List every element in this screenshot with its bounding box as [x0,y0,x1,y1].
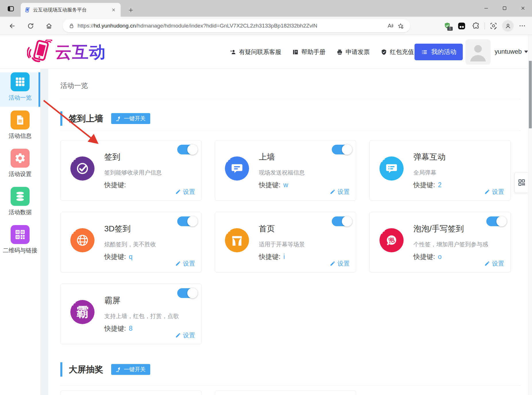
main-content: 活动一览 签到上墙 一键开关 签到 签到能够收录用户信息 快捷键: 设置 [48,69,528,395]
sidebar-item[interactable]: 活动设置 [0,149,40,183]
module-settings-link[interactable]: 设置 [175,260,195,268]
hotkey-value: 8 [129,325,132,332]
module-toggle[interactable] [177,145,197,154]
bubble-icon: 泡 [379,228,404,252]
hotkey-label: 快捷键: [104,253,126,260]
extensions-puzzle-icon[interactable] [470,20,482,32]
module-toggle[interactable] [177,216,197,226]
module-title: 霸屏 [104,295,174,306]
checkin-icon [70,156,95,181]
read-aloud-icon[interactable] [385,21,395,31]
sidebar-item[interactable]: 活动一览 [0,72,40,107]
sidebar-item[interactable]: 二维码与链接 [0,225,40,260]
one-key-switch-label: 一键开关 [124,115,146,122]
book-icon [292,49,299,55]
wall-icon [225,156,249,181]
module-toggle[interactable] [486,216,506,226]
site-favicon [24,7,30,13]
apps-grid-icon [518,179,526,187]
settings-label: 设置 [183,331,195,339]
module-settings-link[interactable]: 设置 [330,260,350,268]
module-desc: 支持上墙，红包，打赏，点歌 [104,313,174,320]
user-menu[interactable]: yuntuweb [495,48,528,55]
browser-menu-icon[interactable] [516,20,528,32]
dark-extension-icon[interactable] [456,20,467,32]
toggle-knob [342,144,352,155]
browser-profile-icon[interactable] [502,20,514,32]
my-activities-label: 我的活动 [431,48,456,56]
hotkey-value: i [283,253,285,260]
browser-window: 云互动现场互动服务平台 https://hd.yunhud [0,0,532,395]
module-toggle[interactable] [332,145,351,154]
settings-label: 设置 [183,188,195,196]
divider [60,99,521,99]
section-header-signin-wall: 签到上墙 一键开关 [60,111,150,126]
sidebar-item-label: 活动一览 [0,94,40,102]
web-capture-icon[interactable] [488,20,499,32]
hotkey-label: 快捷键: [413,253,435,260]
refresh-button[interactable] [25,20,36,32]
module-settings-link[interactable]: 设置 [175,331,195,339]
shield-extension-icon[interactable]: 1 [442,20,453,32]
page-scrollbar[interactable] [528,35,532,395]
module-card-partial [60,390,202,395]
new-tab-button[interactable] [126,6,135,14]
tab-actions-icon[interactable] [6,4,16,13]
module-settings-link[interactable]: 设置 [330,188,350,196]
my-activities-button[interactable]: 我的活动 [415,44,463,60]
browser-tab[interactable]: 云互动现场互动服务平台 [21,3,121,17]
divider [60,131,521,131]
section-accent-bar [60,111,62,126]
sidebar-item-label: 活动数据 [0,208,40,216]
hotkey-value: w [283,181,288,189]
home-button[interactable] [43,20,55,32]
sidebar-item[interactable]: 活动数据 [0,187,40,221]
pencil-icon [175,189,181,195]
window-maximize-button[interactable] [495,0,514,16]
qrcode-icon [11,225,30,244]
avatar[interactable] [465,39,491,65]
module-settings-link[interactable]: 设置 [175,188,195,196]
one-key-switch-button[interactable]: 一键开关 [111,113,150,124]
sidebar: 活动一览活动信息活动设置活动数据二维码与链接 [0,69,40,395]
chevron-down-icon [524,51,528,53]
header-nav-item[interactable]: 申请发票 [336,48,370,56]
header-nav-label: 有疑问联系客服 [239,48,281,56]
module-desc: 个性签，增加用户签到参与感 [413,241,483,248]
window-minimize-button[interactable] [477,0,495,16]
danmaku-icon [379,156,404,181]
sidebar-item-label: 二维码与链接 [0,247,40,254]
module-title: 3D签到 [104,224,174,234]
hotkey-label: 快捷键: [104,181,126,189]
module-desc: 炫酷签到，美不胜收 [104,241,174,248]
module-settings-link[interactable]: 设置 [484,260,504,268]
window-controls [477,0,532,16]
header-nav-label: 申请发票 [346,48,370,56]
one-key-switch-button[interactable]: 一键开关 [111,364,150,375]
toggle-knob [187,144,198,155]
module-settings-link[interactable]: 设置 [484,188,504,196]
module-toggle[interactable] [332,216,351,226]
sidebar-item[interactable]: 活动信息 [0,111,40,145]
app-logo[interactable]: 云互动 [27,40,106,65]
module-desc: 签到能够收录用户信息 [104,169,174,176]
tab-close-icon[interactable] [110,6,117,13]
module-toggle[interactable] [177,288,197,298]
scrollbar-thumb[interactable] [529,61,532,128]
person-plus-icon [230,49,236,55]
header-nav-item[interactable]: 帮助手册 [292,48,325,56]
pencil-icon [175,332,181,338]
module-card: 首页 适用于开幕等场景 快捷键:i 设置 [215,212,356,272]
settings-label: 设置 [183,260,195,268]
one-key-switch-label: 一键开关 [124,366,146,373]
window-close-button[interactable] [514,0,532,16]
header-nav-item[interactable]: 有疑问联系客服 [230,48,281,56]
add-favorite-icon[interactable] [395,21,406,31]
header-nav-item[interactable]: 红包充值 [381,48,414,56]
address-bar[interactable]: https://hd.yunhudong.cn/hdmanage/hdmodul… [63,19,410,32]
partial-cards-row [60,390,356,395]
settings-label: 设置 [338,188,350,196]
header-nav-label: 红包充值 [390,48,414,56]
back-button[interactable] [6,20,18,32]
side-panel-toggle-button[interactable] [514,172,528,193]
